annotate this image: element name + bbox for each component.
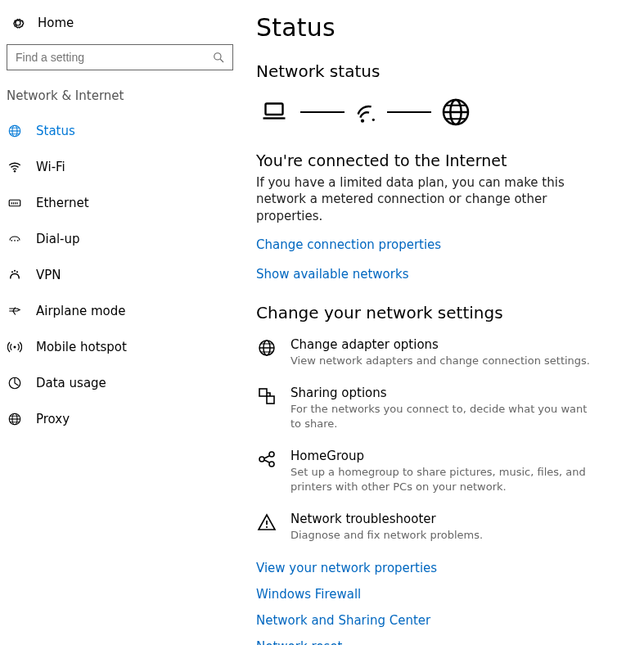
sidebar-item-label: Dial-up (36, 232, 80, 246)
sidebar-item-label: Airplane mode (36, 304, 126, 318)
connected-title: You're connected to the Internet (256, 151, 626, 169)
setting-network-troubleshooter[interactable]: Network troubleshooterDiagnose and fix n… (256, 512, 600, 543)
sidebar-item-mobile-hotspot[interactable]: Mobile hotspot (7, 329, 240, 365)
setting-change-adapter-options[interactable]: Change adapter optionsView network adapt… (256, 337, 600, 368)
laptop-icon (256, 97, 292, 127)
sidebar-item-wi-fi[interactable]: Wi-Fi (7, 149, 240, 185)
home-button[interactable]: Home (7, 11, 240, 41)
sidebar-item-airplane-mode[interactable]: Airplane mode (7, 293, 240, 329)
home-label: Home (38, 16, 74, 30)
globe-icon (439, 96, 472, 129)
setting-title: Sharing options (290, 386, 600, 400)
sidebar-item-data-usage[interactable]: Data usage (7, 365, 240, 401)
sidebar-item-label: Mobile hotspot (36, 340, 127, 354)
setting-title: Network troubleshooter (290, 512, 483, 526)
change-settings-heading: Change your network settings (256, 303, 626, 322)
setting-desc: Diagnose and fix network problems. (290, 528, 483, 543)
search-icon (210, 49, 227, 65)
homegroup-icon (256, 449, 277, 470)
sidebar-item-label: Proxy (36, 412, 70, 426)
setting-desc: Set up a homegroup to share pictures, mu… (290, 465, 600, 494)
sidebar-item-label: VPN (36, 268, 61, 282)
trouble-icon (256, 512, 277, 533)
sidebar-item-dial-up[interactable]: Dial-up (7, 221, 240, 257)
adapter-icon (256, 337, 277, 359)
sidebar-item-proxy[interactable]: Proxy (7, 401, 240, 437)
sidebar-item-ethernet[interactable]: Ethernet (7, 185, 240, 221)
sidebar-item-label: Wi-Fi (36, 160, 65, 174)
setting-desc: For the networks you connect to, decide … (290, 402, 600, 431)
network-status-heading: Network status (256, 61, 626, 81)
setting-title: HomeGroup (290, 449, 600, 463)
sidebar-item-vpn[interactable]: VPN (7, 257, 240, 293)
airplane-icon (7, 303, 23, 319)
sidebar-item-label: Ethernet (36, 196, 89, 210)
proxy-icon (7, 411, 23, 427)
sidebar-item-label: Data usage (36, 376, 106, 390)
sharing-icon (256, 386, 277, 407)
setting-homegroup[interactable]: HomeGroupSet up a homegroup to share pic… (256, 449, 600, 494)
link-view-your-network-properties[interactable]: View your network properties (256, 561, 626, 575)
diagram-line (387, 111, 431, 113)
link-show-available-networks[interactable]: Show available networks (256, 267, 626, 282)
search-field-wrap (7, 44, 233, 70)
setting-title: Change adapter options (290, 337, 590, 352)
page-title: Status (256, 13, 626, 42)
link-network-and-sharing-center[interactable]: Network and Sharing Center (256, 613, 626, 628)
setting-desc: View network adapters and change connect… (290, 354, 590, 368)
gear-icon (10, 15, 26, 31)
link-windows-firewall[interactable]: Windows Firewall (256, 587, 626, 602)
wifi-icon (7, 159, 23, 175)
section-title: Network & Internet (7, 88, 240, 113)
vpn-icon (7, 267, 23, 283)
connected-body: If you have a limited data plan, you can… (256, 174, 567, 224)
setting-sharing-options[interactable]: Sharing optionsFor the networks you conn… (256, 386, 600, 431)
hotspot-icon (7, 339, 23, 355)
wifi-icon (353, 99, 379, 125)
sidebar-item-label: Status (36, 124, 75, 138)
sidebar-item-status[interactable]: Status (7, 113, 240, 149)
datausage-icon (7, 375, 23, 391)
status-icon (7, 123, 23, 139)
diagram-line (300, 111, 345, 113)
ethernet-icon (7, 195, 23, 211)
dialup-icon (7, 231, 23, 247)
search-input[interactable] (7, 44, 233, 70)
link-network-reset[interactable]: Network reset (256, 639, 626, 645)
link-change-connection-properties[interactable]: Change connection properties (256, 237, 626, 252)
connection-diagram (256, 96, 626, 129)
